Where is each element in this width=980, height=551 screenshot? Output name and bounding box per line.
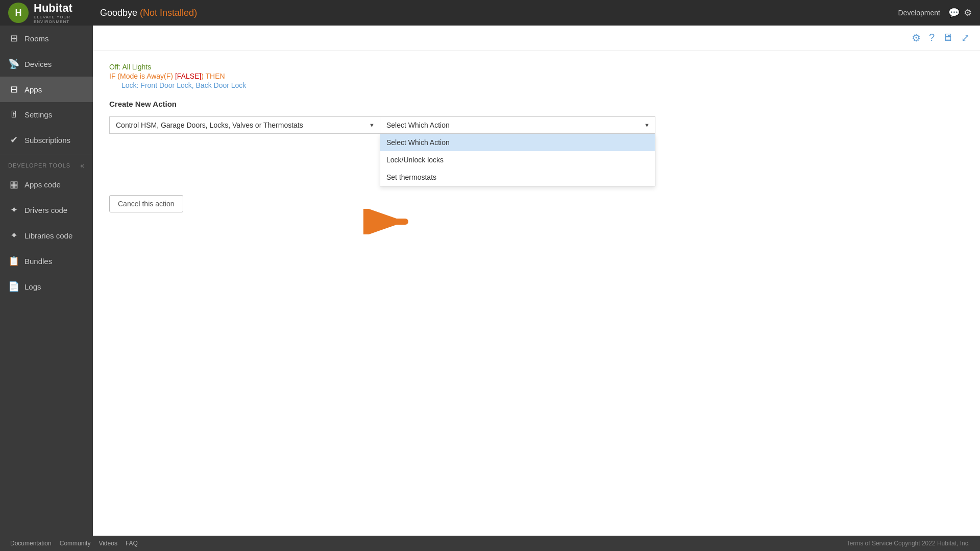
- dropdown-row: Control HSM, Garage Doors, Locks, Valves…: [109, 116, 964, 134]
- which-action-option-select[interactable]: Select Which Action: [380, 134, 655, 151]
- sidebar-item-subscriptions[interactable]: ✔ Subscriptions: [0, 127, 93, 153]
- sidebar-label-apps-code: Apps code: [24, 180, 61, 189]
- sidebar-label-libraries-code: Libraries code: [24, 231, 72, 240]
- account-icon[interactable]: ⚙: [964, 7, 972, 18]
- which-action-option-lock[interactable]: Lock/Unlock locks: [380, 151, 655, 169]
- which-action-option-thermostats[interactable]: Set thermostats: [380, 169, 655, 186]
- cancel-action-button[interactable]: Cancel this action: [109, 195, 183, 212]
- sidebar-label-apps: Apps: [24, 85, 42, 94]
- env-label: Development: [898, 9, 941, 17]
- rule-summary: Off: All Lights IF (Mode is Away(F) [FAL…: [109, 63, 964, 89]
- footer: Documentation Community Videos FAQ Terms…: [0, 536, 980, 551]
- sidebar-label-subscriptions: Subscriptions: [24, 136, 70, 145]
- cancel-action-area: Cancel this action: [109, 195, 964, 212]
- sidebar-item-settings[interactable]: 🎚 Settings: [0, 102, 93, 127]
- action-type-wrapper: Control HSM, Garage Doors, Locks, Valves…: [109, 116, 380, 134]
- which-action-selected: Select Which Action: [386, 121, 450, 129]
- sidebar-item-apps[interactable]: ⊟ Apps: [0, 77, 93, 102]
- libraries-code-icon: ✦: [8, 230, 19, 241]
- which-action-trigger[interactable]: Select Which Action: [380, 116, 655, 134]
- sidebar-label-drivers-code: Drivers code: [24, 206, 67, 214]
- content-area: ⚙ ? 🖥 ⤢ Off: All Lights IF (Mode is Away…: [93, 26, 980, 536]
- logo-subtitle: ELEVATE YOUR ENVIRONMENT: [34, 15, 100, 24]
- sidebar-label-devices: Devices: [24, 60, 52, 68]
- logo-text: Hubitat: [34, 2, 100, 15]
- footer-links: Documentation Community Videos FAQ: [10, 540, 138, 547]
- devices-icon: 📡: [8, 58, 19, 69]
- top-bar: H Hubitat ELEVATE YOUR ENVIRONMENT Goodb…: [0, 0, 980, 26]
- gear-toolbar-icon[interactable]: ⚙: [912, 32, 921, 44]
- sidebar: ⊞ Rooms 📡 Devices ⊟ Apps 🎚 Settings ✔ Su…: [0, 26, 93, 536]
- sidebar-label-logs: Logs: [24, 282, 41, 291]
- sidebar-item-drivers-code[interactable]: ✦ Drivers code: [0, 197, 93, 223]
- notification-icon[interactable]: 💬: [948, 7, 960, 18]
- sidebar-label-settings: Settings: [24, 110, 52, 119]
- sidebar-item-rooms[interactable]: ⊞ Rooms: [0, 26, 93, 51]
- subscriptions-icon: ✔: [8, 134, 19, 146]
- which-action-menu: Select Which Action Lock/Unlock locks Se…: [380, 134, 655, 186]
- footer-link-videos[interactable]: Videos: [99, 540, 117, 547]
- sidebar-item-libraries-code[interactable]: ✦ Libraries code: [0, 223, 93, 248]
- help-toolbar-icon[interactable]: ?: [929, 32, 935, 44]
- arrow-annotation: [363, 209, 414, 234]
- collapse-icon[interactable]: «: [80, 161, 85, 170]
- rooms-icon: ⊞: [8, 33, 19, 44]
- rule-then-text: ) THEN: [201, 72, 225, 80]
- logo-area: H Hubitat ELEVATE YOUR ENVIRONMENT: [8, 2, 100, 24]
- logo-text-block: Hubitat ELEVATE YOUR ENVIRONMENT: [34, 2, 100, 24]
- rule-false-text: [FALSE]: [175, 72, 201, 80]
- footer-link-faq[interactable]: FAQ: [126, 540, 138, 547]
- logs-icon: 📄: [8, 281, 19, 292]
- sidebar-item-apps-code[interactable]: ▦ Apps code: [0, 172, 93, 197]
- content-inner: Off: All Lights IF (Mode is Away(F) [FAL…: [93, 51, 980, 536]
- settings-icon: 🎚: [8, 109, 19, 120]
- logo-icon: H: [8, 3, 29, 23]
- content-toolbar: ⚙ ? 🖥 ⤢: [93, 26, 980, 51]
- rule-if-line: IF (Mode is Away(F) [FALSE]) THEN: [109, 72, 964, 80]
- footer-copyright: Terms of Service Copyright 2022 Hubitat,…: [847, 540, 970, 547]
- top-right: Development 💬 ⚙: [898, 7, 972, 18]
- expand-toolbar-icon[interactable]: ⤢: [961, 32, 970, 44]
- not-installed-badge: (Not Installed): [140, 8, 197, 18]
- sidebar-item-bundles[interactable]: 📋 Bundles: [0, 248, 93, 274]
- footer-link-documentation[interactable]: Documentation: [10, 540, 52, 547]
- drivers-code-icon: ✦: [8, 204, 19, 215]
- apps-icon: ⊟: [8, 84, 19, 95]
- bundles-icon: 📋: [8, 255, 19, 267]
- main-layout: ⊞ Rooms 📡 Devices ⊟ Apps 🎚 Settings ✔ Su…: [0, 26, 980, 536]
- which-action-container: Select Which Action Select Which Action …: [380, 116, 655, 134]
- sidebar-label-rooms: Rooms: [24, 34, 49, 43]
- sidebar-item-devices[interactable]: 📡 Devices: [0, 51, 93, 77]
- rule-action-lock: Lock: Front Door Lock, Back Door Lock: [109, 81, 964, 89]
- monitor-toolbar-icon[interactable]: 🖥: [943, 32, 953, 44]
- rule-if-text: IF (Mode is Away(F): [109, 72, 175, 80]
- footer-link-community[interactable]: Community: [60, 540, 91, 547]
- sidebar-label-bundles: Bundles: [24, 257, 52, 266]
- rule-off-lights: Off: All Lights: [109, 63, 964, 71]
- page-title: Goodbye (Not Installed): [100, 8, 898, 18]
- action-type-select[interactable]: Control HSM, Garage Doors, Locks, Valves…: [109, 116, 380, 134]
- developer-tools-section: Developer tools «: [0, 157, 93, 172]
- sidebar-item-logs[interactable]: 📄 Logs: [0, 274, 93, 299]
- apps-code-icon: ▦: [8, 179, 19, 190]
- create-action-title: Create New Action: [109, 100, 964, 108]
